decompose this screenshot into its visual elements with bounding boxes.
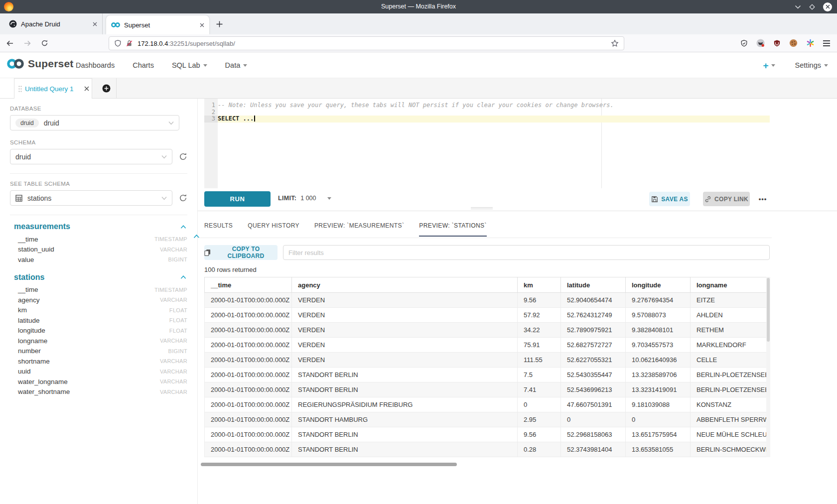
- save-as-button[interactable]: SAVE AS: [649, 192, 690, 206]
- column-type: VARCHAR: [160, 297, 187, 303]
- query-tab-close-icon[interactable]: [84, 86, 89, 91]
- horizontal-scrollbar-thumb[interactable]: [201, 463, 457, 466]
- add-new-menu[interactable]: +: [763, 61, 775, 70]
- database-select[interactable]: druid druid: [10, 115, 179, 130]
- nav-link-sql-lab[interactable]: SQL Lab: [172, 61, 207, 69]
- nav-link-charts[interactable]: Charts: [133, 61, 154, 69]
- table-cell: 2000-01-01T00:00:00.000Z: [205, 442, 292, 457]
- schema-section-header[interactable]: stations: [10, 270, 187, 285]
- tab-close-icon[interactable]: [200, 23, 204, 27]
- tab-close-icon[interactable]: [93, 22, 97, 26]
- results-tab-preview-stations[interactable]: PREVIEW: `STATIONS`: [419, 222, 487, 237]
- superset-favicon-icon: [111, 22, 120, 28]
- new-query-tab-button[interactable]: [96, 78, 117, 99]
- more-options-button[interactable]: •••: [754, 192, 771, 206]
- browser-tab-apache-druid[interactable]: Apache Druid: [4, 13, 103, 34]
- editor-pane: 123 -- Note: Unless you save your query,…: [198, 99, 837, 504]
- editor-toolbar: RUN LIMIT: 1 000 SAVE AS COPY LINK •••: [198, 188, 837, 211]
- browser-tab-superset[interactable]: Superset: [106, 15, 209, 34]
- save-as-label: SAVE AS: [661, 196, 688, 203]
- table-cell: 57.92: [518, 308, 561, 323]
- window-minimize-icon[interactable]: [795, 4, 801, 9]
- results-tabs: RESULTSQUERY HISTORYPREVIEW: `MEASUREMEN…: [204, 222, 487, 237]
- new-tab-button[interactable]: [213, 18, 225, 30]
- query-tab-untitled-query-1[interactable]: Untitled Query 1: [14, 78, 92, 99]
- superset-navbar: Superset DashboardsChartsSQL LabData + S…: [0, 52, 837, 78]
- vertical-scrollbar[interactable]: [766, 277, 770, 457]
- table-cell: 52.6227055321: [561, 353, 626, 368]
- drag-handle-icon[interactable]: [18, 86, 22, 92]
- insecure-lock-icon[interactable]: [126, 39, 133, 47]
- vertical-scrollbar-thumb[interactable]: [767, 278, 770, 342]
- table-cell: 52.7890975921: [561, 323, 626, 338]
- extension-shield-check-icon[interactable]: [740, 39, 748, 47]
- limit-dropdown[interactable]: LIMIT: 1 000: [278, 195, 331, 202]
- table-cell: RETHEM: [691, 323, 767, 338]
- table-header-cell: agency: [292, 277, 518, 293]
- schema-section-title: measurements: [14, 222, 70, 231]
- table-header-cell: latitude: [561, 277, 626, 293]
- copy-link-button[interactable]: COPY LINK: [703, 192, 750, 206]
- column-type: TIMESTAMP: [154, 287, 187, 293]
- nav-link-label: Data: [225, 61, 241, 69]
- extension-pinwheel-icon[interactable]: [806, 39, 815, 47]
- table-cell: KONSTANZ: [691, 397, 767, 412]
- schema-column-row: __timeTIMESTAMP: [10, 285, 187, 295]
- browser-urlbar: 172.18.0.4:32251/superset/sqllab/: [0, 34, 837, 52]
- url-input[interactable]: 172.18.0.4:32251/superset/sqllab/: [109, 36, 624, 50]
- column-name: agency: [18, 296, 40, 304]
- table-cell: 2000-01-01T00:00:00.000Z: [205, 427, 292, 442]
- sql-editor[interactable]: 123 -- Note: Unless you save your query,…: [198, 99, 837, 188]
- nav-links: DashboardsChartsSQL LabData: [76, 52, 247, 78]
- schema-section-header[interactable]: measurements: [10, 219, 187, 234]
- table-cell: 2000-01-01T00:00:00.000Z: [205, 397, 292, 412]
- results-tab-query-history[interactable]: QUERY HISTORY: [248, 222, 299, 237]
- schema-select[interactable]: druid: [10, 149, 172, 164]
- refresh-table-icon[interactable]: [179, 194, 187, 202]
- extension-mask-icon[interactable]: [756, 39, 765, 47]
- nav-link-dashboards[interactable]: Dashboards: [76, 61, 115, 69]
- database-value: druid: [44, 119, 59, 127]
- table-cell: 75.91: [518, 338, 561, 353]
- table-select[interactable]: stations: [10, 190, 172, 206]
- forward-button[interactable]: [23, 39, 31, 47]
- nav-link-data[interactable]: Data: [225, 61, 248, 69]
- column-name: uuid: [18, 368, 31, 375]
- table-cell: 9.2767694354: [626, 293, 691, 308]
- chevron-up-icon[interactable]: [180, 225, 186, 229]
- table-cell: 2.95: [518, 412, 561, 427]
- table-row: 2000-01-01T00:00:00.000ZSTANDORT BERLIN7…: [205, 368, 767, 382]
- schema-list: measurements__timeTIMESTAMPstation_uuidV…: [10, 219, 187, 397]
- chevron-up-icon[interactable]: [180, 275, 186, 279]
- results-tab-preview-measurements[interactable]: PREVIEW: `MEASUREMENTS`: [314, 222, 404, 237]
- window-close-icon[interactable]: [823, 2, 832, 11]
- table-header-cell: km: [518, 277, 561, 293]
- table-cell: BERLIN-SCHMOECKWITZ: [691, 442, 767, 457]
- table-cell: 52.5436996213: [561, 382, 626, 397]
- menu-hamburger-icon[interactable]: [823, 40, 830, 46]
- refresh-schema-icon[interactable]: [179, 152, 187, 161]
- extension-ublock-icon[interactable]: [773, 39, 781, 47]
- nav-link-label: Charts: [133, 61, 154, 69]
- table-cell: BERLIN-PLOETZENSEE UP: [691, 368, 767, 382]
- bookmark-star-icon[interactable]: [611, 39, 619, 47]
- column-name: __time: [18, 236, 38, 243]
- filter-results-input[interactable]: [283, 245, 770, 260]
- pane-resize-handle[interactable]: [471, 207, 493, 210]
- tracking-protection-shield-icon[interactable]: [114, 39, 122, 47]
- link-icon: [704, 196, 711, 203]
- database-tag: druid: [15, 119, 39, 127]
- window-maximize-icon[interactable]: [809, 3, 816, 10]
- back-button[interactable]: [6, 39, 14, 47]
- run-button[interactable]: RUN: [204, 191, 271, 207]
- extension-cookie-icon[interactable]: [789, 39, 798, 47]
- results-tab-results[interactable]: RESULTS: [204, 222, 233, 237]
- table-header-cell: longitude: [626, 277, 691, 293]
- superset-logo[interactable]: Superset: [6, 57, 73, 70]
- reload-button[interactable]: [41, 39, 48, 47]
- clipboard-icon: [204, 249, 211, 256]
- copy-to-clipboard-button[interactable]: COPY TO CLIPBOARD: [204, 245, 278, 260]
- table-cell: 52.2968158063: [561, 427, 626, 442]
- save-icon: [651, 196, 658, 203]
- settings-menu[interactable]: Settings: [795, 61, 828, 69]
